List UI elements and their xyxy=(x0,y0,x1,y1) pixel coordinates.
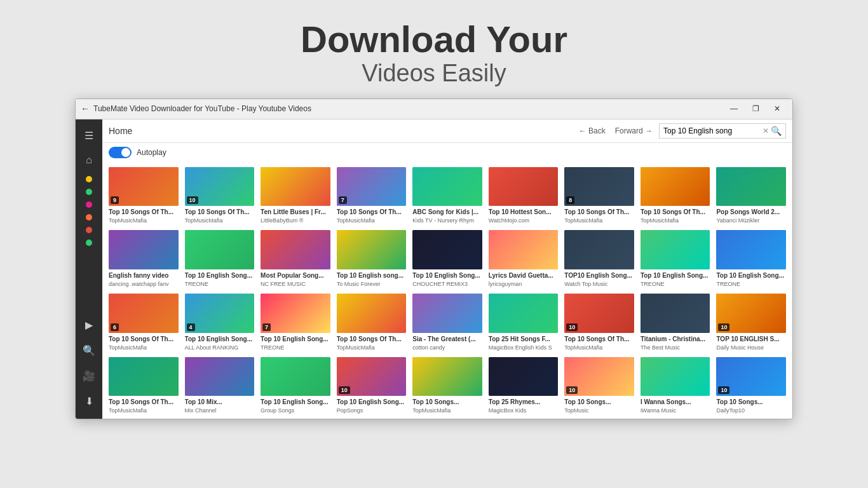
autoplay-toggle[interactable] xyxy=(109,147,132,158)
video-card[interactable]: Top 10 Songs...TopMusicMafia xyxy=(412,357,482,414)
video-card[interactable]: 10Top 10 Songs...DailyTop10 xyxy=(716,357,786,414)
video-channel: TopMusicMafia xyxy=(185,217,255,224)
sidebar-home-icon[interactable]: ⌂ xyxy=(78,149,100,172)
video-card[interactable]: Top 10 English Song...CHOUCHET REMIX3 xyxy=(412,230,482,287)
video-title: Top 10 English Song... xyxy=(337,398,407,406)
main-content: Home ← Back Forward → ✕ 🔍 Autoplay xyxy=(102,119,792,419)
video-card[interactable]: Ten Little Buses | Fr...LittleBabyBum ® xyxy=(261,167,330,224)
video-card[interactable]: 10Top 10 Songs...TopMusic xyxy=(564,357,634,414)
close-button[interactable]: ✕ xyxy=(767,101,787,116)
video-card[interactable]: Sia - The Greatest (...cotton candy xyxy=(412,294,482,351)
video-card[interactable]: 7Top 10 English Song...TREONE xyxy=(261,294,330,351)
app-window: ← TubeMate Video Downloader for YouTube … xyxy=(75,98,793,420)
video-badge: 10 xyxy=(718,386,729,394)
video-card[interactable]: Top 10 English Song...Group Songs xyxy=(261,357,330,414)
video-card[interactable]: TOP10 English Song...Watch Top Music xyxy=(564,230,634,287)
hero-subtitle: Videos Easily xyxy=(301,60,567,87)
video-title: Titanium - Christina... xyxy=(641,336,710,343)
video-title: Pop Songs World 2... xyxy=(716,208,786,216)
video-card[interactable]: ABC Song for Kids |...Kids TV - Nursery … xyxy=(412,167,482,224)
maximize-button[interactable]: ❐ xyxy=(745,101,766,116)
video-card[interactable]: Top 10 Mix...Mix Channel xyxy=(185,357,255,414)
video-card[interactable]: 10TOP 10 ENGLISH S...Daily Music House xyxy=(716,294,786,351)
video-channel: WatchMojo.com xyxy=(489,217,559,224)
video-badge: 6 xyxy=(111,323,119,331)
video-card[interactable]: Most Popular Song...NC FREE MUSIC xyxy=(261,230,330,287)
titlebar-back-icon[interactable]: ← xyxy=(81,104,90,114)
nav-buttons: ← Back Forward → xyxy=(579,126,653,135)
video-card[interactable]: Top 10 English Song...TREONE xyxy=(716,230,786,287)
video-card[interactable]: I Wanna Songs...iWanna Music xyxy=(641,357,710,414)
video-card[interactable]: Pop Songs World 2...Yabanci Müzikler xyxy=(716,167,786,224)
video-card[interactable]: Titanium - Christina...The Best Music xyxy=(641,294,710,351)
video-channel: TopMusicMafia xyxy=(109,217,179,224)
video-title: Top 10 Hottest Son... xyxy=(489,208,559,216)
video-channel: TREONE xyxy=(641,281,710,287)
video-card[interactable]: 4Top 10 English Song...ALL About RANKING xyxy=(185,294,255,351)
video-card[interactable]: Top 25 Hit Songs F...MagicBox English Ki… xyxy=(489,294,559,351)
sidebar-download-icon[interactable]: ⬇ xyxy=(78,390,100,412)
sidebar-search-icon[interactable]: 🔍 xyxy=(78,339,100,362)
video-title: Top 10 Songs Of Th... xyxy=(109,398,179,406)
video-title: English fanny video xyxy=(109,272,179,280)
video-channel: MagicBox English Kids S xyxy=(489,344,559,351)
video-title: Top 10 English Song... xyxy=(185,336,255,343)
search-input[interactable] xyxy=(663,126,763,135)
video-title: Top 10 Songs Of Th... xyxy=(109,336,179,343)
video-card[interactable]: Top 10 Songs Of Th...TopMusicMafia xyxy=(109,357,179,414)
video-title: Top 10 English Song... xyxy=(716,272,786,280)
sidebar-dot-4[interactable] xyxy=(86,214,92,220)
sidebar-camera-icon[interactable]: 🎥 xyxy=(78,364,100,387)
sidebar-cast-icon[interactable]: ▶ xyxy=(78,313,100,336)
page-title: Home xyxy=(109,126,573,136)
search-clear-icon[interactable]: ✕ xyxy=(763,126,769,135)
search-box: ✕ 🔍 xyxy=(659,123,786,139)
video-title: Lyrics David Guetta... xyxy=(489,272,559,280)
search-submit-icon[interactable]: 🔍 xyxy=(771,126,782,136)
video-card[interactable]: Top 25 Rhymes...MagicBox Kids xyxy=(489,357,559,414)
video-channel: Group Songs xyxy=(261,407,330,414)
video-channel: TopMusicMafia xyxy=(564,217,634,224)
video-card[interactable]: 10Top 10 Songs Of Th...TopMusicMafia xyxy=(185,167,255,224)
video-channel: Daily Music House xyxy=(716,344,786,351)
video-card[interactable]: 6Top 10 Songs Of Th...TopMusicMafia xyxy=(109,294,179,351)
sidebar-dot-3[interactable] xyxy=(86,201,92,208)
video-title: Top 10 Songs Of Th... xyxy=(337,208,407,216)
video-card[interactable]: 9Top 10 Songs Of Th...TopMusicMafia xyxy=(109,167,179,224)
video-card[interactable]: Lyrics David Guetta...lyricsguyman xyxy=(489,230,559,287)
sidebar-dot-5[interactable] xyxy=(86,227,92,233)
sidebar-dot-1[interactable] xyxy=(86,176,92,182)
video-channel: TopMusicMafia xyxy=(109,344,179,351)
video-card[interactable]: Top 10 English Song...TREONE xyxy=(641,230,710,287)
video-card[interactable]: 10Top 10 English Song...PopSongs xyxy=(337,357,407,414)
sidebar-menu-icon[interactable]: ☰ xyxy=(78,125,100,147)
minimize-button[interactable]: — xyxy=(724,101,744,116)
video-title: Top 10 Songs... xyxy=(564,398,634,406)
video-card[interactable]: English fanny videodancing .watchapp fan… xyxy=(109,230,179,287)
video-channel: TopMusicMafia xyxy=(109,407,179,414)
video-card[interactable]: Top 10 Songs Of Th...TopMusicMafia xyxy=(641,167,710,224)
video-card[interactable]: 7Top 10 Songs Of Th...TopMusicMafia xyxy=(337,167,407,224)
video-channel: MagicBox Kids xyxy=(489,407,559,414)
video-badge: 10 xyxy=(339,386,350,394)
video-title: Top 10 Songs Of Th... xyxy=(564,336,634,343)
window-body: ☰ ⌂ ▶ 🔍 🎥 ⬇ Home ← Back Forwa xyxy=(76,119,792,419)
video-card[interactable]: Top 10 English song...To Music Forever xyxy=(337,230,407,287)
back-button[interactable]: ← Back xyxy=(579,126,606,135)
video-title: Top 10 Mix... xyxy=(185,398,255,406)
titlebar-title: TubeMate Video Downloader for YouTube - … xyxy=(93,104,724,113)
sidebar-dot-6[interactable] xyxy=(86,240,92,246)
forward-button[interactable]: Forward → xyxy=(615,126,653,135)
hero-section: Download Your Videos Easily xyxy=(301,19,567,87)
video-card[interactable]: Top 10 English Song...TREONE xyxy=(185,230,255,287)
sidebar-dot-2[interactable] xyxy=(86,189,92,195)
video-title: Sia - The Greatest (... xyxy=(412,336,482,343)
video-card[interactable]: 8Top 10 Songs Of Th...TopMusicMafia xyxy=(564,167,634,224)
video-channel: Yabanci Müzikler xyxy=(716,217,786,224)
video-card[interactable]: Top 10 Songs Of Th...TopMusicMafia xyxy=(337,294,407,351)
video-title: Top 10 Songs Of Th... xyxy=(109,208,179,216)
autoplay-bar: Autoplay xyxy=(102,143,792,162)
video-card[interactable]: Top 10 Hottest Son...WatchMojo.com xyxy=(489,167,559,224)
video-channel: Watch Top Music xyxy=(564,281,634,287)
video-card[interactable]: 10Top 10 Songs Of Th...TopMusicMafia xyxy=(564,294,634,351)
